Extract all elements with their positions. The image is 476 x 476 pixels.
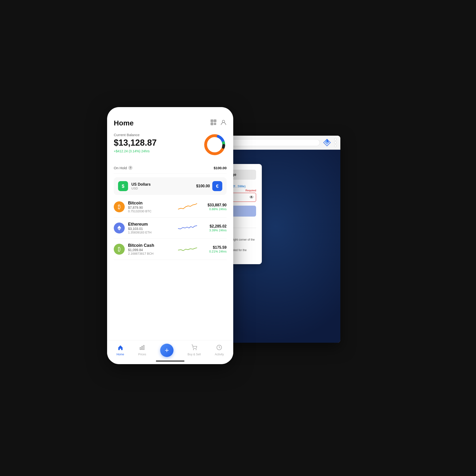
bitcoin-cash-holding: 2.168873817 BCH — [128, 252, 175, 255]
ethereum-value: $2,285.02 — [200, 224, 227, 228]
diamond-icon — [323, 138, 331, 147]
svg-point-27 — [196, 349, 196, 350]
nav-prices-label: Prices — [138, 353, 146, 356]
window-circle-2 — [334, 141, 337, 144]
balance-section: Current Balance $13,128.87 +$412.24 (3.1… — [114, 133, 227, 157]
eye-icon[interactable]: 👁 — [249, 195, 254, 200]
balance-amount: $13,128.87 — [114, 138, 157, 148]
svg-rect-13 — [215, 124, 216, 125]
on-hold-amount: $100.00 — [214, 166, 227, 170]
svg-rect-10 — [214, 123, 215, 124]
ethereum-sparkline — [178, 224, 197, 232]
bottom-nav: Home Prices + — [107, 340, 233, 359]
svg-rect-11 — [215, 123, 216, 124]
svg-rect-9 — [211, 123, 213, 124]
usd-icon: $ — [118, 181, 128, 191]
prices-icon — [139, 345, 145, 352]
home-bar-line — [156, 360, 185, 361]
euro-icon: € — [212, 181, 222, 191]
bitcoin-icon: ₿ — [114, 201, 125, 212]
svg-marker-20 — [119, 226, 121, 229]
browser-window-controls — [334, 138, 337, 147]
usd-code: USD — [131, 187, 151, 190]
bitcoin-cash-name: Bitcoin Cash — [128, 243, 175, 248]
ethereum-info: Ethereum $3,103.01 1.35839183 ETH — [128, 222, 175, 234]
svg-rect-25 — [143, 345, 144, 350]
bitcoin-cash-change: 0.21% 24hrs — [200, 250, 227, 253]
home-bar — [107, 359, 233, 364]
nav-activity[interactable]: Activity — [215, 345, 224, 356]
help-icon[interactable]: ? — [128, 166, 133, 170]
on-hold-label-wrap: On Hold ? — [114, 166, 133, 170]
balance-label: Current Balance — [114, 133, 157, 137]
on-hold-row: On Hold ? $100.00 — [114, 162, 227, 173]
usd-info: $ US Dollars USD — [118, 181, 151, 191]
svg-rect-23 — [140, 347, 141, 350]
bitcoin-price: $7,879.90 — [128, 206, 175, 209]
bitcoin-right: $33,887.90 0.88% 24hrs — [200, 203, 227, 211]
svg-rect-5 — [211, 120, 213, 121]
bitcoin-cash-price: $1,099.84 — [128, 248, 175, 252]
header-icons — [210, 119, 227, 127]
svg-rect-7 — [214, 120, 216, 121]
bitcoin-info: Bitcoin $7,879.90 0.75132030 BTC — [128, 201, 175, 213]
window-circle-1 — [334, 138, 337, 140]
usd-card-right: $100.00 € — [196, 181, 222, 191]
balance-change: +$412.24 (3.14%) 24hrs — [114, 149, 157, 153]
nav-home-label: Home — [117, 353, 124, 356]
ethereum-row[interactable]: Ethereum $3,103.01 1.35839183 ETH $2,285… — [114, 218, 227, 239]
bitcoin-name: Bitcoin — [128, 201, 175, 206]
ethereum-right: $2,285.02 3.39% 24hrs — [200, 224, 227, 232]
bitcoin-cash-info: Bitcoin Cash $1,099.84 2.168873817 BCH — [128, 243, 175, 255]
phone-header: Home — [114, 119, 227, 127]
nav-prices[interactable]: Prices — [138, 345, 146, 356]
bitcoin-cash-value: $175.59 — [200, 245, 227, 250]
svg-point-14 — [222, 120, 225, 122]
bitcoin-change: 0.88% 24hrs — [200, 207, 227, 211]
usd-details: US Dollars USD — [131, 182, 151, 190]
window-circle-3 — [334, 145, 337, 147]
bitcoin-cash-sparkline — [178, 245, 197, 254]
ethereum-change: 3.39% 24hrs — [200, 228, 227, 232]
nav-add-button[interactable]: + — [160, 344, 173, 357]
bitcoin-value: $33,887.90 — [200, 203, 227, 207]
nav-home[interactable]: Home — [117, 345, 124, 356]
bitcoin-row[interactable]: ₿ Bitcoin $7,879.90 0.75132030 BTC $33,8… — [114, 196, 227, 218]
bitcoin-sparkline — [178, 203, 197, 211]
svg-marker-19 — [117, 226, 119, 229]
svg-point-26 — [193, 349, 194, 350]
bitcoin-cash-right: $175.59 0.21% 24hrs — [200, 245, 227, 253]
ethereum-icon — [114, 222, 125, 234]
bitcoin-cash-icon: ₿ — [114, 244, 125, 255]
home-icon — [118, 345, 123, 352]
nav-activity-label: Activity — [215, 353, 224, 356]
browser-logo — [323, 138, 331, 147]
bitcoin-cash-row[interactable]: ₿ Bitcoin Cash $1,099.84 2.168873817 BCH… — [114, 239, 227, 260]
ethereum-holding: 1.35839183 ETH — [128, 231, 175, 234]
svg-rect-24 — [142, 346, 143, 350]
usd-amount: $100.00 — [196, 184, 210, 188]
buy-sell-icon — [191, 345, 197, 352]
usd-name: US Dollars — [131, 182, 151, 187]
page-title: Home — [114, 119, 134, 127]
ethereum-name: Ethereum — [128, 222, 175, 227]
add-icon: + — [165, 347, 169, 354]
profile-icon[interactable] — [221, 119, 227, 127]
portfolio-donut-chart — [203, 133, 227, 157]
phone: Home — [107, 107, 233, 364]
bitcoin-holding: 0.75132030 BTC — [128, 209, 175, 213]
activity-icon — [216, 345, 222, 352]
qr-icon[interactable] — [210, 119, 217, 127]
phone-content: Home — [107, 107, 233, 340]
svg-rect-12 — [214, 124, 215, 125]
nav-buy-sell-label: Buy & Sell — [187, 353, 201, 356]
usd-wallet-card[interactable]: $ US Dollars USD $100.00 € — [114, 177, 227, 195]
on-hold-label: On Hold — [114, 166, 127, 170]
ethereum-price: $3,103.01 — [128, 227, 175, 231]
balance-info: Current Balance $13,128.87 +$412.24 (3.1… — [114, 133, 157, 153]
nav-buy-sell[interactable]: Buy & Sell — [187, 345, 201, 356]
